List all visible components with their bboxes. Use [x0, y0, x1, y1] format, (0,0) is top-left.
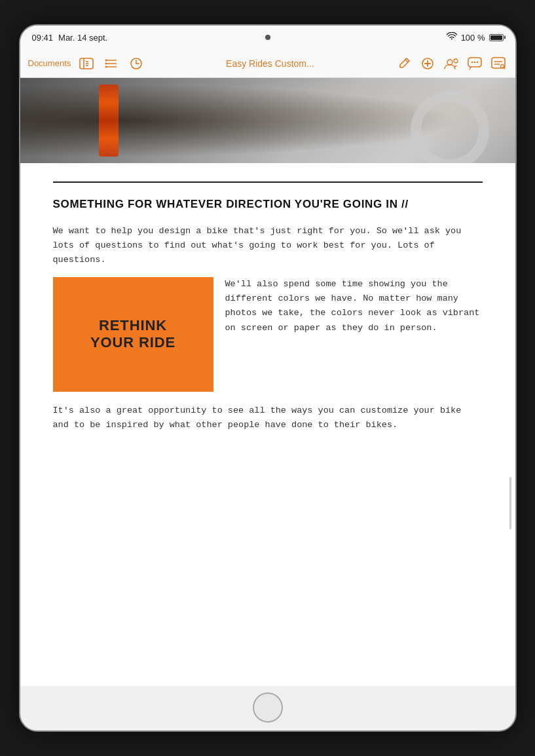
- svg-point-21: [476, 61, 478, 63]
- toolbar: Documents: [20, 49, 515, 78]
- revert-icon[interactable]: [127, 54, 145, 73]
- sidebar-toggle-icon[interactable]: [77, 54, 96, 73]
- home-button[interactable]: [253, 692, 283, 723]
- orange-box: RETHINK YOUR RIDE: [53, 277, 213, 392]
- side-paragraph: We'll also spend some time showing you t…: [225, 277, 483, 392]
- orange-box-text-line2: YOUR RIDE: [90, 334, 175, 351]
- document-heading: SOMETHING FOR WHATEVER DIRECTION YOU'RE …: [53, 197, 483, 212]
- document-title: Easy Rides Custom...: [152, 58, 388, 69]
- svg-point-17: [454, 59, 458, 63]
- svg-point-10: [105, 66, 107, 67]
- content-row: RETHINK YOUR RIDE We'll also spend some …: [53, 277, 483, 392]
- svg-point-8: [105, 59, 107, 61]
- svg-point-16: [447, 60, 452, 65]
- bottom-paragraph: It's also a great opportunity to see all…: [53, 404, 483, 433]
- svg-line-12: [405, 60, 408, 62]
- svg-point-9: [105, 62, 107, 64]
- battery-icon: [489, 34, 504, 41]
- status-time: 09:41: [32, 33, 54, 43]
- camera-dot: [265, 35, 270, 40]
- wheel-decoration: [411, 91, 489, 163]
- scrollbar[interactable]: [509, 477, 511, 529]
- document-body: We want to help you design a bike that's…: [53, 224, 483, 432]
- svg-point-19: [471, 61, 473, 63]
- orange-box-text-line1: RETHINK: [99, 317, 167, 334]
- intro-paragraph: We want to help you design a bike that's…: [53, 224, 483, 268]
- toolbar-right: [395, 54, 507, 73]
- collaboration-icon[interactable]: [442, 54, 460, 73]
- format-options-icon[interactable]: [489, 54, 507, 73]
- ipad-frame: 09:41 Mar. 14 sept. 100 % Documents: [19, 24, 517, 732]
- chat-icon[interactable]: [466, 54, 484, 73]
- pen-tool-icon[interactable]: [395, 54, 413, 73]
- document-area: SOMETHING FOR WHATEVER DIRECTION YOU'RE …: [20, 78, 515, 686]
- chain-decoration: [99, 85, 119, 157]
- wifi-icon: [447, 32, 457, 43]
- document-content: SOMETHING FOR WHATEVER DIRECTION YOU'RE …: [20, 163, 515, 686]
- status-right: 100 %: [447, 32, 504, 43]
- documents-button[interactable]: Documents: [28, 58, 71, 68]
- svg-point-20: [473, 61, 475, 63]
- add-button[interactable]: [418, 54, 437, 73]
- status-left: 09:41 Mar. 14 sept.: [32, 33, 108, 43]
- battery-percentage: 100 %: [461, 33, 485, 43]
- section-divider: [53, 181, 483, 183]
- list-view-icon[interactable]: [102, 54, 120, 73]
- hero-image: [20, 78, 515, 163]
- status-date: Mar. 14 sept.: [58, 33, 107, 43]
- svg-rect-22: [492, 58, 505, 68]
